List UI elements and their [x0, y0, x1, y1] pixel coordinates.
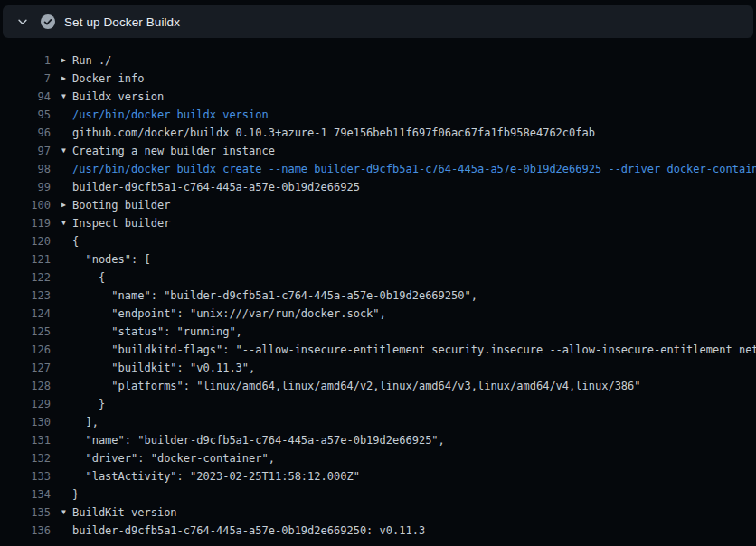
- arrow-spacer: [61, 377, 72, 395]
- log-line: 95/usr/bin/docker buildx version: [0, 106, 756, 124]
- group-collapsed-arrow-icon[interactable]: ▶: [61, 52, 72, 70]
- line-number[interactable]: 7: [0, 70, 51, 88]
- line-number[interactable]: 125: [0, 323, 51, 341]
- check-circle-icon: [41, 14, 55, 29]
- step-header[interactable]: Set up Docker Buildx: [3, 5, 753, 38]
- log-line: 124 "endpoint": "unix:///var/run/docker.…: [0, 305, 756, 323]
- output-text: "name": "builder-d9cfb5a1-c764-445a-a57e…: [72, 287, 477, 305]
- log-group-line[interactable]: 1▶Run ./: [0, 52, 756, 70]
- log-line: 128 "platforms": "linux/amd64,linux/amd6…: [0, 377, 756, 395]
- line-number[interactable]: 131: [0, 431, 51, 449]
- step-title: Set up Docker Buildx: [64, 15, 180, 29]
- line-number[interactable]: 124: [0, 305, 51, 323]
- line-number[interactable]: 98: [0, 160, 51, 178]
- line-number[interactable]: 136: [0, 522, 51, 540]
- line-number[interactable]: 97: [0, 142, 51, 160]
- arrow-spacer: [61, 359, 72, 377]
- log-group-line[interactable]: 135▼BuildKit version: [0, 504, 756, 522]
- group-title-text: BuildKit version: [72, 504, 177, 522]
- line-number[interactable]: 123: [0, 287, 51, 305]
- line-number[interactable]: 122: [0, 268, 51, 287]
- log-line: 98/usr/bin/docker buildx create --name b…: [0, 160, 756, 178]
- output-text: github.com/docker/buildx 0.10.3+azure-1 …: [72, 124, 595, 142]
- line-number[interactable]: 94: [0, 88, 51, 106]
- log-group-line[interactable]: 100▶Booting builder: [0, 196, 756, 214]
- log-line: 123 "name": "builder-d9cfb5a1-c764-445a-…: [0, 287, 756, 305]
- line-number[interactable]: 100: [0, 196, 51, 214]
- log-line: 99builder-d9cfb5a1-c764-445a-a57e-0b19d2…: [0, 178, 756, 196]
- line-number[interactable]: 135: [0, 504, 51, 522]
- log-line: 132 "driver": "docker-container",: [0, 449, 756, 467]
- log-line: 136builder-d9cfb5a1-c764-445a-a57e-0b19d…: [0, 522, 756, 540]
- chevron-down-icon[interactable]: [16, 15, 29, 28]
- line-number[interactable]: 132: [0, 449, 51, 467]
- group-expanded-arrow-icon[interactable]: ▼: [61, 504, 72, 522]
- line-number[interactable]: 95: [0, 106, 51, 124]
- line-number[interactable]: 127: [0, 359, 51, 377]
- group-expanded-arrow-icon[interactable]: ▼: [61, 142, 72, 160]
- log-group-line[interactable]: 119▼Inspect builder: [0, 214, 756, 232]
- arrow-spacer: [61, 178, 72, 196]
- arrow-spacer: [61, 124, 72, 142]
- arrow-spacer: [61, 287, 72, 305]
- line-number[interactable]: 129: [0, 395, 51, 413]
- output-text: "status": "running",: [72, 323, 242, 341]
- group-expanded-arrow-icon[interactable]: ▼: [61, 214, 72, 232]
- log-line: 130 ],: [0, 413, 756, 431]
- arrow-spacer: [61, 431, 72, 449]
- output-text: "driver": "docker-container",: [72, 449, 275, 467]
- log-line: 122 {: [0, 268, 756, 287]
- group-title-text: Buildx version: [72, 88, 164, 106]
- arrow-spacer: [61, 467, 72, 485]
- line-number[interactable]: 128: [0, 377, 51, 395]
- line-number[interactable]: 126: [0, 341, 51, 359]
- group-title-text: Run ./: [72, 52, 111, 70]
- output-text: {: [72, 232, 79, 250]
- log-group-line[interactable]: 97▼Creating a new builder instance: [0, 142, 756, 160]
- output-text: ],: [72, 413, 99, 431]
- group-title-text: Docker info: [72, 70, 144, 88]
- line-number[interactable]: 121: [0, 250, 51, 268]
- group-title-text: Inspect builder: [72, 214, 170, 232]
- line-number[interactable]: 120: [0, 232, 51, 250]
- line-number[interactable]: 119: [0, 214, 51, 232]
- log-line: 127 "buildkit": "v0.11.3",: [0, 359, 756, 377]
- group-collapsed-arrow-icon[interactable]: ▶: [61, 70, 72, 88]
- arrow-spacer: [61, 106, 72, 124]
- line-number[interactable]: 134: [0, 485, 51, 504]
- log-group-line[interactable]: 94▼Buildx version: [0, 88, 756, 106]
- arrow-spacer: [61, 268, 72, 287]
- line-number[interactable]: 96: [0, 124, 51, 142]
- output-text: "endpoint": "unix:///var/run/docker.sock…: [72, 305, 386, 323]
- group-title-text: Booting builder: [72, 196, 170, 214]
- line-number[interactable]: 1: [0, 52, 51, 70]
- output-text: "nodes": [: [72, 250, 151, 268]
- output-text: "name": "builder-d9cfb5a1-c764-445a-a57e…: [72, 431, 445, 449]
- output-text: builder-d9cfb5a1-c764-445a-a57e-0b19d2e6…: [72, 522, 425, 540]
- log-line: 134}: [0, 485, 756, 504]
- group-expanded-arrow-icon[interactable]: ▼: [61, 88, 72, 106]
- group-title-text: Creating a new builder instance: [72, 142, 275, 160]
- output-text: }: [72, 395, 105, 413]
- line-number[interactable]: 99: [0, 178, 51, 196]
- output-text: "lastActivity": "2023-02-25T11:58:12.000…: [72, 467, 360, 485]
- arrow-spacer: [61, 449, 72, 467]
- line-number[interactable]: 130: [0, 413, 51, 431]
- command-text: /usr/bin/docker buildx version: [72, 106, 269, 124]
- log-group-line[interactable]: 7▶Docker info: [0, 70, 756, 88]
- output-text: {: [72, 268, 105, 287]
- arrow-spacer: [61, 305, 72, 323]
- arrow-spacer: [61, 395, 72, 413]
- arrow-spacer: [61, 485, 72, 504]
- log-line: 129 }: [0, 395, 756, 413]
- log-line: 96github.com/docker/buildx 0.10.3+azure-…: [0, 124, 756, 142]
- line-number[interactable]: 133: [0, 467, 51, 485]
- log-line: 121 "nodes": [: [0, 250, 756, 268]
- output-text: "buildkitd-flags": "--allow-insecure-ent…: [72, 341, 756, 359]
- arrow-spacer: [61, 160, 72, 178]
- output-text: "platforms": "linux/amd64,linux/amd64/v2…: [72, 377, 641, 395]
- command-text: /usr/bin/docker buildx create --name bui…: [72, 160, 756, 178]
- group-collapsed-arrow-icon[interactable]: ▶: [61, 196, 72, 214]
- arrow-spacer: [61, 250, 72, 268]
- arrow-spacer: [61, 413, 72, 431]
